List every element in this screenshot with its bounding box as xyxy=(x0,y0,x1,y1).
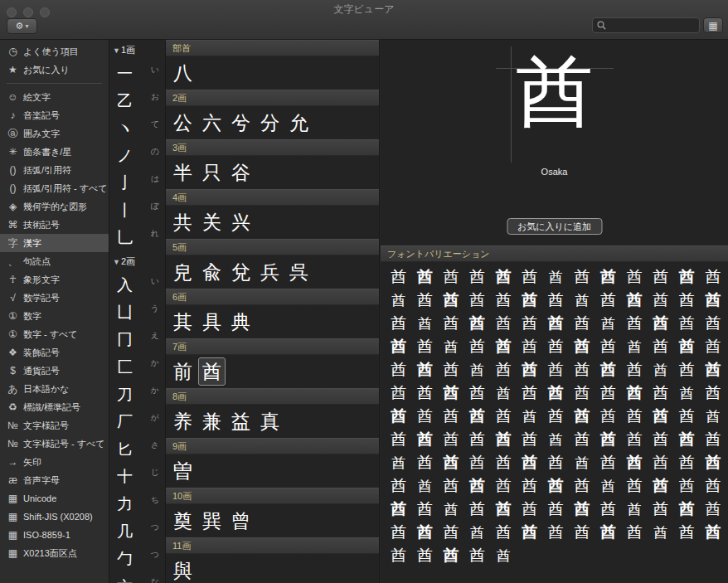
grid-char[interactable]: 只 xyxy=(198,158,226,187)
sidebar-item-13[interactable]: ☥象形文字 xyxy=(0,270,109,289)
sidebar-item-17[interactable]: ❖装飾記号 xyxy=(0,343,109,362)
sidebar-item-9[interactable]: ◈幾何学的な図形 xyxy=(0,197,109,216)
sidebar-item-3[interactable]: ☺絵文字 xyxy=(0,88,109,106)
font-variation-cell[interactable]: 酋 xyxy=(386,474,412,498)
radical-item[interactable]: 亠な xyxy=(109,572,165,583)
grid-char[interactable]: 曽 xyxy=(169,457,197,485)
font-variation-cell[interactable]: 酋 xyxy=(674,312,701,335)
grid-char[interactable]: 兌 xyxy=(227,258,255,286)
sidebar-item-5[interactable]: ⓐ囲み文字 xyxy=(0,124,109,143)
sidebar-item-15[interactable]: ①数字 xyxy=(0,307,109,325)
font-variation-cell[interactable]: 酋 xyxy=(438,358,464,381)
font-variation-cell[interactable]: 酋 xyxy=(595,498,622,521)
font-variation-cell[interactable]: 酋 xyxy=(386,335,412,358)
grid-char[interactable]: 兪 xyxy=(198,258,226,286)
font-variation-cell[interactable]: 酋 xyxy=(438,265,464,289)
stroke-group-header[interactable]: ▼2画 xyxy=(109,251,165,271)
font-variation-cell[interactable]: 酋 xyxy=(490,335,517,358)
grid-char-selected[interactable]: 酋 xyxy=(198,357,226,386)
font-variation-cell[interactable]: 酋 xyxy=(543,451,570,474)
font-variation-cell[interactable]: 酋 xyxy=(569,289,595,312)
grid-char[interactable]: 兵 xyxy=(256,258,284,286)
radical-item[interactable]: 刀か xyxy=(109,381,165,408)
font-variation-cell[interactable]: 酋 xyxy=(674,451,701,474)
font-variation-cell[interactable]: 酋 xyxy=(412,451,439,474)
font-variation-cell[interactable]: 酋 xyxy=(648,451,674,474)
font-variation-cell[interactable]: 酋 xyxy=(595,474,622,498)
grid-char[interactable]: 前 xyxy=(169,357,197,386)
font-variation-cell[interactable]: 酋 xyxy=(621,474,648,498)
font-variation-cell[interactable]: 酋 xyxy=(700,451,726,474)
font-variation-cell[interactable]: 酋 xyxy=(517,405,543,428)
grid-char[interactable]: 其 xyxy=(169,308,197,336)
grid-char[interactable]: 六 xyxy=(198,109,226,137)
font-variation-cell[interactable]: 酋 xyxy=(386,289,412,312)
font-variation-cell[interactable]: 酋 xyxy=(674,265,701,289)
sidebar-item-22[interactable]: №文字様記号 - すべて xyxy=(0,435,109,453)
font-variation-cell[interactable]: 酋 xyxy=(569,428,595,451)
font-variation-cell[interactable]: 酋 xyxy=(464,451,491,474)
font-variation-cell[interactable]: 酋 xyxy=(595,358,622,381)
font-variation-cell[interactable]: 酋 xyxy=(569,474,595,498)
font-variation-cell[interactable]: 酋 xyxy=(412,544,439,567)
radical-item[interactable]: 冂え xyxy=(109,326,165,353)
grid-char[interactable]: 典 xyxy=(227,308,255,336)
sidebar-item-4[interactable]: ♪音楽記号 xyxy=(0,106,109,124)
font-variation-cell[interactable]: 酋 xyxy=(464,335,491,358)
font-variation-cell[interactable]: 酋 xyxy=(412,312,439,335)
font-variation-cell[interactable]: 酋 xyxy=(543,521,570,544)
grid-char[interactable]: 八 xyxy=(169,59,197,87)
font-variation-cell[interactable]: 酋 xyxy=(700,474,726,498)
radical-item[interactable]: ヽて xyxy=(109,114,165,142)
search-field[interactable] xyxy=(592,17,700,33)
font-variation-cell[interactable]: 酋 xyxy=(700,335,726,358)
font-variation-cell[interactable]: 酋 xyxy=(621,335,648,358)
font-variation-cell[interactable]: 酋 xyxy=(648,498,674,521)
font-variation-cell[interactable]: 酋 xyxy=(517,335,543,358)
grid-char[interactable]: 养 xyxy=(169,407,197,435)
font-variation-cell[interactable]: 酋 xyxy=(674,289,701,312)
font-variation-cell[interactable]: 酋 xyxy=(464,265,491,289)
font-variation-cell[interactable]: 酋 xyxy=(569,265,595,289)
font-variation-cell[interactable]: 酋 xyxy=(674,381,701,405)
font-variation-cell[interactable]: 酋 xyxy=(648,265,674,289)
sidebar-item-18[interactable]: $通貨記号 xyxy=(0,362,109,380)
sidebar-item-8[interactable]: ()括弧/引用符 - すべて xyxy=(0,179,109,197)
font-variation-cell[interactable]: 酋 xyxy=(595,405,622,428)
font-variation-cell[interactable]: 酋 xyxy=(386,451,412,474)
font-variation-cell[interactable]: 酋 xyxy=(648,381,674,405)
font-variation-cell[interactable]: 酋 xyxy=(648,358,674,381)
font-variation-cell[interactable]: 酋 xyxy=(517,521,543,544)
font-variation-cell[interactable]: 酋 xyxy=(386,428,412,451)
font-variation-cell[interactable]: 酋 xyxy=(438,335,464,358)
grid-char[interactable]: 半 xyxy=(169,158,197,187)
font-variation-cell[interactable]: 酋 xyxy=(464,381,491,405)
font-variation-cell[interactable]: 酋 xyxy=(700,265,726,289)
font-variation-cell[interactable]: 酋 xyxy=(490,498,517,521)
font-variation-cell[interactable]: 酋 xyxy=(543,498,570,521)
radical-item[interactable]: 勹つ xyxy=(109,545,165,572)
font-variation-cell[interactable]: 酋 xyxy=(490,521,517,544)
font-variation-cell[interactable]: 酋 xyxy=(490,405,517,428)
grid-char[interactable]: 共 xyxy=(169,208,197,236)
grid-char[interactable]: 與 xyxy=(169,556,197,583)
sidebar-item-16[interactable]: ①数字 - すべて xyxy=(0,325,109,343)
font-variation-cell[interactable]: 酋 xyxy=(700,405,726,428)
font-variation-cell[interactable]: 酋 xyxy=(543,335,570,358)
font-variation-cell[interactable]: 酋 xyxy=(648,405,674,428)
radical-item[interactable]: 十じ xyxy=(109,463,165,490)
font-variation-cell[interactable]: 酋 xyxy=(595,312,622,335)
font-variation-cell[interactable]: 酋 xyxy=(438,451,464,474)
font-variation-cell[interactable]: 酋 xyxy=(621,498,648,521)
font-variation-cell[interactable]: 酋 xyxy=(648,474,674,498)
search-input[interactable] xyxy=(609,20,695,32)
font-variation-cell[interactable]: 酋 xyxy=(517,265,543,289)
font-variation-cell[interactable]: 酋 xyxy=(674,405,701,428)
font-variation-cell[interactable]: 酋 xyxy=(412,405,439,428)
font-variation-cell[interactable]: 酋 xyxy=(412,265,439,289)
font-variation-cell[interactable]: 酋 xyxy=(517,381,543,405)
font-variation-cell[interactable]: 酋 xyxy=(517,498,543,521)
radical-item[interactable]: 丨ぼ xyxy=(109,197,165,224)
grid-char[interactable]: 关 xyxy=(198,208,226,236)
grid-char[interactable]: 兼 xyxy=(198,407,226,435)
